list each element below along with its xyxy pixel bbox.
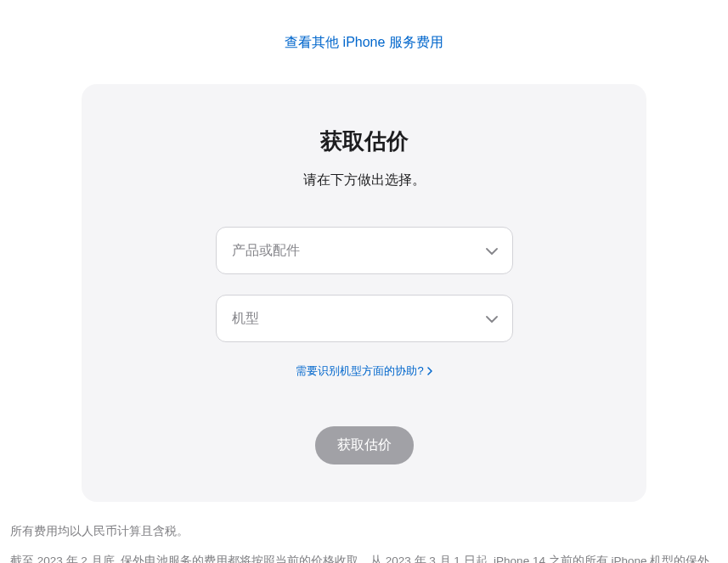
footer-line-2-text: 截至 2023 年 2 月底, 保外电池服务的费用都将按照当前的价格收取。从 2…: [10, 555, 709, 563]
product-select-wrap: 产品或配件: [216, 227, 513, 274]
footer-line-1: 所有费用均以人民币计算且含税。: [10, 522, 718, 542]
get-estimate-button[interactable]: 获取估价: [315, 426, 414, 464]
model-select-wrap: 机型: [216, 295, 513, 342]
card-title: 获取估价: [116, 127, 612, 156]
view-other-fees-link[interactable]: 查看其他 iPhone 服务费用: [0, 34, 728, 52]
model-select[interactable]: 机型: [216, 295, 513, 342]
footer-line-2: 截至 2023 年 2 月底, 保外电池服务的费用都将按照当前的价格收取。从 2…: [10, 552, 718, 563]
identify-model-help-link[interactable]: 需要识别机型方面的协助?: [296, 363, 432, 379]
help-link-text: 需要识别机型方面的协助?: [296, 363, 423, 379]
product-select[interactable]: 产品或配件: [216, 227, 513, 274]
chevron-right-icon: [427, 365, 432, 378]
card-subtitle: 请在下方做出选择。: [116, 172, 612, 189]
product-select-placeholder: 产品或配件: [232, 242, 300, 260]
estimate-card: 获取估价 请在下方做出选择。 产品或配件 机型 需要识别机型方面的协助? 获取估…: [82, 84, 646, 502]
footer-notes: 所有费用均以人民币计算且含税。 截至 2023 年 2 月底, 保外电池服务的费…: [0, 502, 728, 563]
model-select-placeholder: 机型: [232, 310, 259, 328]
